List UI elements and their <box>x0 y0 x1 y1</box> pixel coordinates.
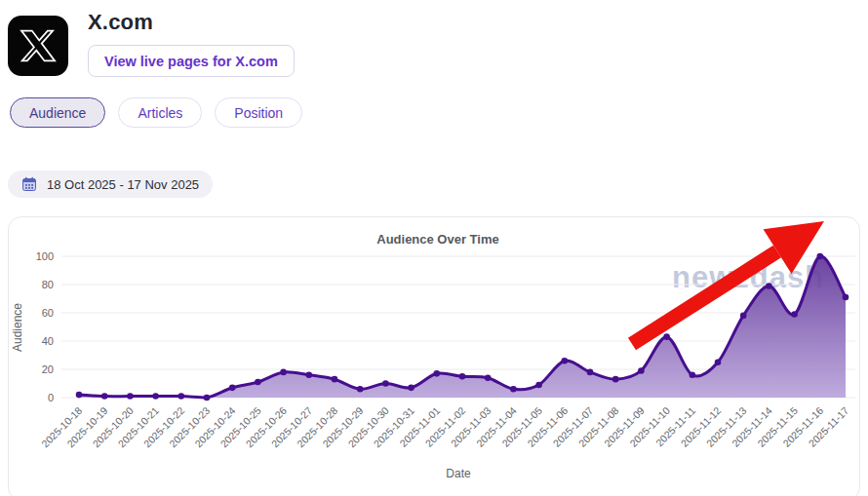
svg-text:Audience Over Time: Audience Over Time <box>376 232 498 247</box>
page-title: X.com <box>88 10 295 35</box>
svg-text:20: 20 <box>42 363 54 375</box>
svg-text:80: 80 <box>42 279 54 290</box>
date-range-label: 18 Oct 2025 - 17 Nov 2025 <box>47 177 199 192</box>
x-logo-icon <box>20 27 57 64</box>
svg-text:40: 40 <box>42 335 54 347</box>
tab-position[interactable]: Position <box>215 97 302 128</box>
svg-text:0: 0 <box>48 392 54 403</box>
page-header: X.com View live pages for X.com <box>8 16 295 77</box>
date-range-picker[interactable]: 18 Oct 2025 - 17 Nov 2025 <box>8 171 213 198</box>
audience-chart-card: newzdash Audience Over TimeDateAudience0… <box>8 216 860 496</box>
x-logo <box>8 16 68 76</box>
tab-audience[interactable]: Audience <box>10 97 105 128</box>
section-tabs: Audience Articles Position <box>10 97 302 128</box>
svg-text:Audience: Audience <box>11 303 24 352</box>
svg-text:Date: Date <box>446 467 471 480</box>
tab-articles[interactable]: Articles <box>118 97 202 128</box>
svg-text:60: 60 <box>42 307 54 319</box>
svg-text:100: 100 <box>36 250 54 262</box>
audience-over-time-chart[interactable]: Audience Over TimeDateAudience0204060801… <box>9 217 861 496</box>
view-live-pages-button[interactable]: View live pages for X.com <box>88 45 295 77</box>
calendar-icon <box>21 176 37 192</box>
